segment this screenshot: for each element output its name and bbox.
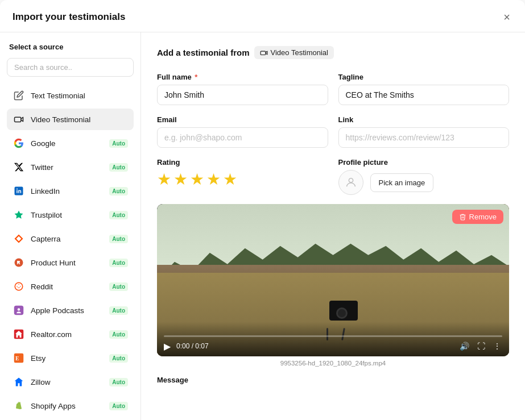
link-label: Link xyxy=(338,115,510,124)
sidebar-item-shopify[interactable]: Shopify Apps Auto xyxy=(7,395,134,417)
svg-rect-0 xyxy=(15,117,21,122)
sidebar-item-label: Zillow xyxy=(31,378,104,386)
sidebar-section-label: Select a source xyxy=(7,43,134,51)
video-filename: 9953256-hd_1920_1080_24fps.mp4 xyxy=(157,360,509,367)
link-input[interactable] xyxy=(338,127,510,148)
source-badge: Video Testimonial xyxy=(254,46,334,59)
sidebar-item-trustpilot[interactable]: Trustpilot Auto xyxy=(7,204,134,226)
auto-badge: Auto xyxy=(109,163,128,172)
auto-badge: Auto xyxy=(109,187,128,196)
google-icon xyxy=(13,137,25,149)
sidebar-item-text-testimonial[interactable]: Text Testimonial xyxy=(7,85,134,106)
sidebar-item-etsy[interactable]: E Etsy Auto xyxy=(7,347,134,369)
video-progress-bar[interactable] xyxy=(164,335,502,337)
form-row-email-link: Email Link xyxy=(157,115,509,148)
sidebar: Select a source Text Testimonial Video T… xyxy=(0,32,141,420)
video-icon xyxy=(13,113,25,126)
remove-video-button[interactable]: Remove xyxy=(452,210,503,224)
svg-rect-13 xyxy=(261,51,266,55)
section-header: Add a testimonial from Video Testimonial xyxy=(157,46,509,59)
modal-body: Select a source Text Testimonial Video T… xyxy=(0,32,525,420)
fullname-input[interactable] xyxy=(157,85,328,105)
sidebar-item-label: Google xyxy=(31,139,104,148)
auto-badge: Auto xyxy=(109,354,128,363)
sidebar-item-video-testimonial[interactable]: Video Testimonial xyxy=(7,109,134,130)
svg-text:E: E xyxy=(15,355,19,361)
star-2[interactable]: ★ xyxy=(173,170,188,189)
etsy-icon: E xyxy=(13,352,25,364)
volume-button[interactable]: 🔊 xyxy=(458,340,470,352)
email-input[interactable] xyxy=(157,127,328,148)
sidebar-item-linkedin[interactable]: LinkedIn Auto xyxy=(7,180,134,202)
star-5[interactable]: ★ xyxy=(223,170,237,189)
auto-badge: Auto xyxy=(109,378,128,386)
svg-point-8 xyxy=(18,308,20,311)
profile-picture-label: Profile picture xyxy=(338,158,510,167)
fullscreen-button[interactable]: ⛶ xyxy=(476,340,486,352)
message-label: Message xyxy=(157,376,509,384)
form-group-tagline: Tagline xyxy=(338,73,510,105)
more-options-button[interactable]: ⋮ xyxy=(492,340,502,352)
applepodcasts-icon xyxy=(13,304,25,317)
fullname-label: Full name * xyxy=(157,73,328,81)
shopify-icon xyxy=(13,400,25,412)
auto-badge: Auto xyxy=(109,330,128,339)
sidebar-item-label: Etsy xyxy=(31,354,104,363)
pencil-icon xyxy=(13,89,25,102)
play-button[interactable]: ▶ xyxy=(164,341,171,352)
search-wrap xyxy=(7,58,134,77)
pick-image-button[interactable]: Pick an image xyxy=(370,173,434,192)
rating-group: Rating ★ ★ ★ ★ ★ xyxy=(157,158,328,189)
sidebar-item-google[interactable]: Google Auto xyxy=(7,132,134,154)
capterra-icon xyxy=(13,232,25,245)
auto-badge: Auto xyxy=(109,139,128,148)
sidebar-item-label: Shopify Apps xyxy=(31,402,104,410)
main-content: Add a testimonial from Video Testimonial… xyxy=(141,32,525,420)
sidebar-item-label: Trustpilot xyxy=(31,211,104,219)
rating-label: Rating xyxy=(157,158,328,167)
required-indicator: * xyxy=(193,73,198,81)
auto-badge: Auto xyxy=(109,282,128,291)
form-row-name-tagline: Full name * Tagline xyxy=(157,73,509,105)
reddit-icon xyxy=(13,280,25,293)
star-4[interactable]: ★ xyxy=(206,170,221,189)
avatar-icon xyxy=(345,176,357,189)
avatar xyxy=(338,170,363,195)
star-rating[interactable]: ★ ★ ★ ★ ★ xyxy=(157,170,328,189)
source-badge-label: Video Testimonial xyxy=(271,48,328,57)
sidebar-item-applepodcasts[interactable]: Apple Podcasts Auto xyxy=(7,300,134,321)
sidebar-item-label: Realtor.com xyxy=(31,330,104,339)
twitter-icon xyxy=(13,161,25,173)
linkedin-icon xyxy=(13,185,25,197)
form-group-link: Link xyxy=(338,115,510,148)
svg-marker-2 xyxy=(15,211,23,219)
import-modal: Import your testimonials × Select a sour… xyxy=(0,0,525,420)
sidebar-item-label: Text Testimonial xyxy=(31,92,128,100)
star-1[interactable]: ★ xyxy=(157,170,171,189)
sidebar-item-producthunt[interactable]: Product Hunt Auto xyxy=(7,252,134,273)
video-container: Remove ▶ 0:00 / 0:07 🔊 ⛶ ⋮ xyxy=(157,204,509,356)
sidebar-item-reddit[interactable]: Reddit Auto xyxy=(7,276,134,297)
camera-body xyxy=(329,301,358,321)
controls-bar: ▶ 0:00 / 0:07 🔊 ⛶ ⋮ xyxy=(164,340,502,352)
sidebar-item-twitter[interactable]: Twitter Auto xyxy=(7,156,134,178)
auto-badge: Auto xyxy=(109,306,128,315)
realtor-icon xyxy=(13,328,25,340)
trustpilot-icon xyxy=(13,209,25,221)
producthunt-icon xyxy=(13,256,25,269)
form-group-fullname: Full name * xyxy=(157,73,328,105)
sidebar-item-capterra[interactable]: Capterra Auto xyxy=(7,228,134,249)
close-button[interactable]: × xyxy=(501,10,512,24)
auto-badge: Auto xyxy=(109,259,128,267)
auto-badge: Auto xyxy=(109,235,128,243)
rating-profile-row: Rating ★ ★ ★ ★ ★ Profile picture xyxy=(157,158,509,195)
auto-badge: Auto xyxy=(109,402,128,410)
star-3[interactable]: ★ xyxy=(190,170,204,189)
sidebar-item-label: Twitter xyxy=(31,163,104,172)
profile-group: Profile picture Pick an image xyxy=(338,158,510,195)
sidebar-item-realtor[interactable]: Realtor.com Auto xyxy=(7,323,134,345)
sidebar-item-zillow[interactable]: Zillow Auto xyxy=(7,371,134,393)
tagline-input[interactable] xyxy=(338,85,510,105)
search-input[interactable] xyxy=(7,58,134,77)
sidebar-item-label: Reddit xyxy=(31,282,104,291)
